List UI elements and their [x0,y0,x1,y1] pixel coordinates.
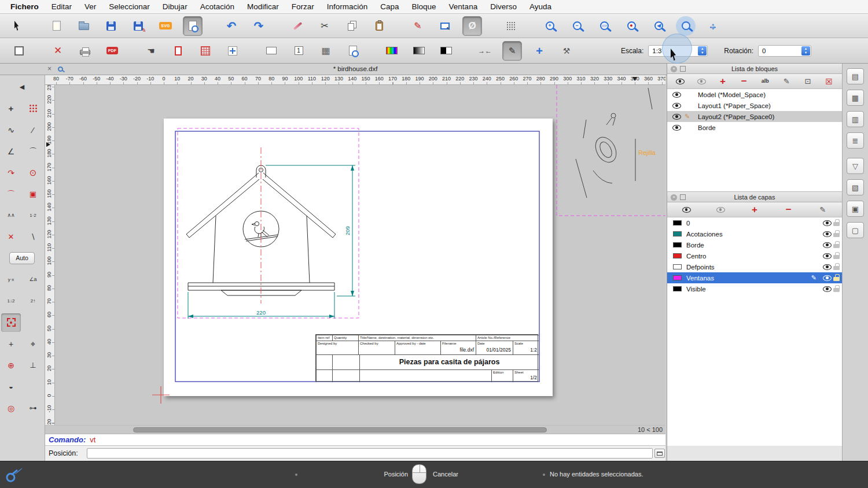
edit-block-button[interactable]: ✎ [779,76,794,87]
crosshair-button[interactable]: + [529,41,549,61]
save-as-button[interactable]: ✎ [128,16,148,36]
menu-informacion[interactable]: Información [327,2,368,11]
close-panel-icon[interactable] [671,66,677,72]
eye-icon[interactable] [672,114,681,120]
point-grid-tool[interactable] [23,99,43,118]
polyline-points-tool[interactable]: ∕ [23,121,43,139]
eye-icon[interactable] [672,103,681,109]
copy-button[interactable] [342,16,362,36]
eye-icon[interactable] [823,231,832,237]
arc-points-tool[interactable]: ⌒ [23,142,43,161]
menu-editar[interactable]: Editar [52,2,72,11]
menu-ventana[interactable]: Ventana [449,2,478,11]
eye-icon[interactable] [672,125,681,131]
layer-row[interactable]: Visible [667,283,842,294]
eye-icon[interactable] [823,220,832,226]
layer-row[interactable]: Borde [667,239,842,250]
print-button[interactable] [75,41,95,61]
coord-cartesian-tool[interactable]: y·x [1,271,21,289]
zoom-out-button[interactable]: − [567,16,587,36]
viewport-frame-button[interactable] [168,41,188,61]
lock-icon[interactable] [833,263,840,271]
layer-row[interactable]: Ventanas✎ [667,272,842,283]
collapse-panel-button[interactable]: ◀ [12,78,32,97]
close-tab-icon[interactable]: × [47,65,52,73]
drawing-canvas[interactable]: 209 220 Rejilla Item ref Quantity Title/… [55,85,665,425]
selection-window-button[interactable] [435,16,455,36]
color-palette-button[interactable] [382,41,402,61]
block-row[interactable]: ✎Layout2 (*Paper_Space0) [667,111,842,122]
menu-capa[interactable]: Capa [380,2,399,11]
toggle-all-layers-button[interactable] [713,204,728,216]
zoom-in-button[interactable]: + [540,16,560,36]
grid-display-button[interactable]: ▦ [316,41,336,61]
snap-intersection-tool[interactable]: ⊕ [1,356,21,375]
layer-row[interactable]: Centro [667,250,842,261]
arc-red-tool[interactable]: ⌒ [1,185,21,204]
filter-funnel-toggle[interactable]: ▽ [847,158,864,174]
zoom-previous-button[interactable]: ◀ [649,16,668,36]
menu-modificar[interactable]: Modificar [247,2,279,11]
toggle-all-blocks-button[interactable] [694,76,709,87]
tool-options-button[interactable]: ⚒ [557,41,576,61]
point-tool[interactable]: + [1,99,21,118]
snap-target-tool[interactable]: ◎ [1,399,21,417]
rect-point-tool[interactable]: ▣ [23,185,43,204]
pen-settings-toggle[interactable]: ▧ [847,179,864,195]
undock-panel-icon[interactable] [680,194,686,200]
insert-block-button[interactable]: ⊡ [800,76,815,87]
menu-forzar[interactable]: Forzar [292,2,314,11]
menu-dibujar[interactable]: Dibujar [163,2,187,11]
layer-row[interactable]: Acotaciones [667,228,842,239]
add-layer-button[interactable]: + [747,204,762,216]
eye-icon[interactable] [823,275,832,281]
open-file-button[interactable] [74,16,94,36]
blackwhite-button[interactable] [436,41,456,61]
toggle-layer-visibility-button[interactable] [679,204,694,216]
eye-icon[interactable] [823,242,832,248]
close-file-button[interactable]: ✕ [48,41,68,61]
layer-row[interactable]: Defpoints [667,261,842,272]
horizontal-scrollbar-thumb[interactable] [133,427,547,432]
menu-ver[interactable]: Ver [84,2,96,11]
clipboard-panel-toggle[interactable]: ▢ [847,222,864,238]
layer-row[interactable]: 0 [667,217,842,228]
save-button[interactable] [101,16,121,36]
polysegment-tool[interactable]: ∧∧ [1,206,21,225]
rotation-select[interactable]: 0 ▲▼ [758,45,811,57]
stepper-icon[interactable]: ▲▼ [801,46,810,56]
layout-list-button[interactable] [9,41,29,61]
command-line[interactable]: Comando: vt [45,434,665,446]
fit-width-button[interactable]: →← [475,41,495,61]
hatch-button[interactable] [196,41,215,61]
layer-list-toggle[interactable]: ▥ [847,111,864,127]
menu-seleccionar[interactable]: Seleccionar [109,2,150,11]
null-symbol-button[interactable]: Ø [462,16,482,36]
lock-icon[interactable] [833,219,840,227]
svg-export-button[interactable]: SVG [156,16,175,36]
angle-lines-tool[interactable]: ∠ [1,142,21,161]
lock-icon[interactable] [833,252,840,260]
lock-icon[interactable] [833,230,840,238]
add-block-button[interactable]: + [715,76,730,87]
selection-tool-button[interactable] [8,16,28,36]
single-page-button[interactable]: 1 [289,41,308,61]
close-panel-icon[interactable] [671,194,677,201]
zoom-window-button[interactable] [676,16,696,36]
zoom-page-button[interactable] [343,41,363,61]
grayscale-button[interactable] [409,41,429,61]
menu-ayuda[interactable]: Ayuda [529,2,551,11]
new-file-button[interactable] [47,16,67,36]
eye-icon[interactable] [672,92,681,98]
paste-button[interactable] [369,16,389,36]
crosshair-tool[interactable]: ⌖ [23,335,43,353]
auto-snap-button[interactable]: Auto [12,249,32,268]
position-input[interactable] [87,448,653,459]
remove-layer-button[interactable]: − [781,204,796,216]
menu-bloque[interactable]: Bloque [412,2,436,11]
order-2-1-tool[interactable]: 2↑ [23,292,43,310]
undo-button[interactable]: ↶ [222,16,241,36]
expand-command-button[interactable] [654,449,665,458]
library-browser-toggle[interactable]: ▤ [847,68,864,84]
rename-block-button[interactable]: alb [757,76,773,87]
